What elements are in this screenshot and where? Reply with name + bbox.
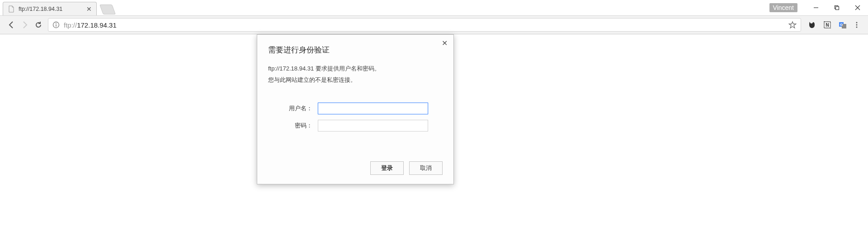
username-label: 用户名：: [268, 104, 318, 113]
svg-point-13: [856, 22, 858, 24]
cancel-button[interactable]: 取消: [409, 161, 443, 175]
browser-tab[interactable]: ftp://172.18.94.31 ✕: [3, 2, 97, 15]
translate-extension-icon[interactable]: G: [838, 20, 847, 29]
evernote-extension-icon[interactable]: [807, 20, 816, 29]
svg-text:G: G: [840, 23, 843, 27]
url-host: 172.18.94.31: [77, 21, 117, 29]
toolbar: ftp://172.18.94.31 N G: [0, 15, 868, 34]
forward-button[interactable]: [18, 18, 32, 32]
svg-rect-7: [56, 24, 56, 27]
new-tab-button[interactable]: [99, 5, 116, 14]
page-icon: [8, 5, 15, 13]
login-button[interactable]: 登录: [370, 161, 404, 175]
auth-form: 用户名： 密码：: [268, 103, 443, 132]
dialog-message-line1: ftp://172.18.94.31 要求提供用户名和密码。: [268, 63, 443, 75]
dialog-message-line2: 您与此网站建立的不是私密连接。: [268, 75, 443, 86]
omnibox[interactable]: ftp://172.18.94.31: [48, 18, 801, 32]
dialog-close-icon[interactable]: ✕: [440, 38, 449, 47]
url-protocol: ftp://: [64, 21, 77, 29]
svg-point-14: [856, 24, 858, 26]
password-input[interactable]: [318, 120, 428, 132]
username-input[interactable]: [318, 103, 428, 114]
tab-close-icon[interactable]: ✕: [85, 5, 93, 13]
auth-dialog: ✕ 需要进行身份验证 ftp://172.18.94.31 要求提供用户名和密码…: [257, 34, 454, 184]
tab-strip: ftp://172.18.94.31 ✕: [0, 0, 868, 15]
tab-title: ftp://172.18.94.31: [19, 6, 62, 12]
dialog-title: 需要进行身份验证: [268, 45, 443, 55]
extension-icons: N G: [807, 20, 847, 29]
password-label: 密码：: [268, 122, 318, 130]
svg-point-6: [56, 23, 57, 24]
svg-point-15: [856, 27, 858, 28]
news-extension-icon[interactable]: N: [823, 20, 832, 29]
info-icon[interactable]: [52, 21, 60, 29]
svg-text:N: N: [826, 23, 829, 28]
back-button[interactable]: [5, 18, 18, 32]
chrome-menu-button[interactable]: [850, 18, 863, 32]
reload-button[interactable]: [32, 18, 45, 32]
bookmark-star-icon[interactable]: [788, 20, 797, 29]
